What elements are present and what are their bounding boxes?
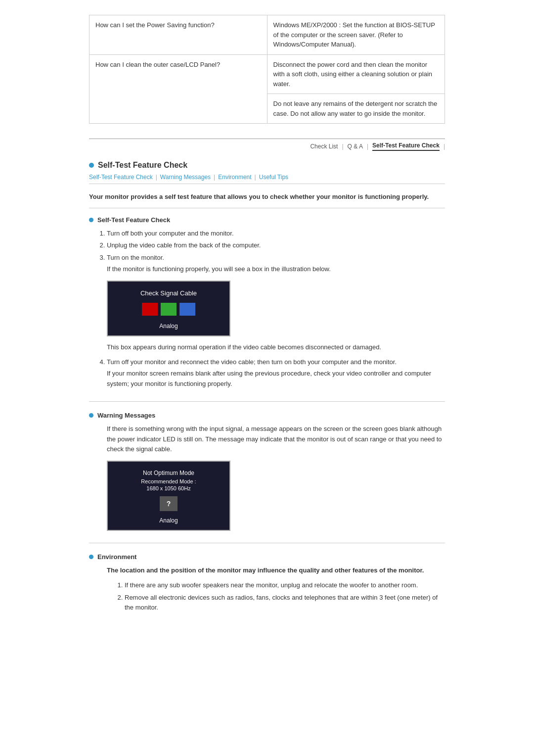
env-bold-text: The location and the position of the mon… (107, 566, 445, 575)
sub-nav-pipe-3: | (255, 174, 256, 181)
after-box-text: This box appears during normal operation… (107, 342, 445, 353)
self-test-bullet-icon (89, 218, 93, 222)
color-block-red (142, 303, 158, 316)
page-title: Self-Test Feature Check (98, 161, 187, 170)
faq-answer-2a: Disconnect the power cord and then clean… (267, 54, 445, 94)
page-wrapper: How can I set the Power Saving function?… (79, 10, 455, 630)
breadcrumb-sep-2: | (367, 143, 368, 150)
step-2: Unplug the video cable from the back of … (107, 240, 445, 251)
faq-answer-2b: Do not leave any remains of the detergen… (267, 94, 445, 124)
warning-header: Warning Messages (89, 412, 445, 419)
breadcrumb-item-1[interactable]: Check List (310, 143, 338, 150)
sub-nav-link-warning[interactable]: Warning Messages (160, 174, 211, 181)
warning-intro: If there is something wrong with the inp… (107, 424, 445, 455)
steps-list: Turn off both your computer and the moni… (89, 229, 445, 275)
env-item-2: Remove all electronic devices such as ra… (125, 593, 445, 614)
sub-nav-link-self-test[interactable]: Self-Test Feature Check (89, 174, 153, 181)
warning-bullet-icon (89, 413, 93, 418)
environment-header: Environment (89, 553, 445, 561)
warning-box-recommended: Recommended Mode : (141, 478, 196, 484)
breadcrumb-item-3-active: Self-Test Feature Check (372, 142, 440, 151)
step-3-sub: If the monitor is functioning properly, … (107, 264, 445, 275)
step-3: Turn on the monitor. If the monitor is f… (107, 253, 445, 275)
warning-box-resolution: 1680 x 1050 60Hz (146, 485, 190, 491)
warning-box-not-optimum: Not Optimum Mode (143, 470, 194, 476)
page-title-bullet-icon (89, 163, 94, 168)
sub-nav-pipe-2: | (214, 174, 215, 181)
sub-nav-link-useful-tips[interactable]: Useful Tips (259, 174, 288, 181)
divider-1 (89, 401, 445, 402)
faq-table: How can I set the Power Saving function?… (89, 15, 445, 124)
color-block-blue (179, 303, 195, 316)
breadcrumb-item-2[interactable]: Q & A (348, 143, 363, 150)
env-list: If there are any sub woofer speakers nea… (89, 580, 445, 613)
monitor-illustration: Check Signal Cable Analog (107, 281, 230, 336)
step-1-text: Turn off both your computer and the moni… (107, 230, 234, 237)
env-item-1: If there are any sub woofer speakers nea… (125, 580, 445, 591)
self-test-section: Self-Test Feature Check Turn off both yo… (89, 216, 445, 389)
color-block-green (161, 303, 177, 316)
faq-row-1: How can I set the Power Saving function?… (89, 15, 445, 55)
sub-nav-pipe-1: | (156, 174, 157, 181)
warning-box-symbol: ? (160, 496, 178, 511)
steps-list-4: Turn off your monitor and reconnect the … (89, 357, 445, 389)
self-test-title: Self-Test Feature Check (97, 216, 170, 224)
warning-box-label: Analog (159, 517, 178, 524)
sub-nav: Self-Test Feature Check | Warning Messag… (89, 174, 445, 184)
monitor-box-title: Check Signal Cable (140, 289, 197, 297)
sub-nav-link-environment[interactable]: Environment (218, 174, 251, 181)
monitor-color-blocks (142, 303, 195, 316)
step-4-sub: If your monitor screen remains blank aft… (107, 369, 445, 389)
environment-title: Environment (97, 553, 136, 561)
monitor-box-label: Analog (159, 323, 178, 330)
step-4: Turn off your monitor and reconnect the … (107, 357, 445, 389)
faq-answer-1: Windows ME/XP/2000 : Set the function at… (267, 15, 445, 55)
warning-title: Warning Messages (97, 412, 155, 419)
step-4-text: Turn off your monitor and reconnect the … (107, 358, 397, 366)
warning-section: Warning Messages If there is something w… (89, 412, 445, 531)
divider-2 (89, 543, 445, 543)
breadcrumb-end-sep: | (444, 143, 445, 150)
step-3-text: Turn on the monitor. (107, 254, 164, 261)
warning-monitor-illustration: Not Optimum Mode Recommended Mode : 1680… (107, 461, 230, 531)
step-2-text: Unplug the video cable from the back of … (107, 241, 261, 249)
faq-row-2: How can I clean the outer case/LCD Panel… (89, 54, 445, 94)
faq-question-2: How can I clean the outer case/LCD Panel… (89, 54, 267, 124)
step-1: Turn off both your computer and the moni… (107, 229, 445, 239)
environment-bullet-icon (89, 555, 93, 559)
breadcrumb: Check List | Q & A | Self-Test Feature C… (89, 139, 445, 151)
intro-text: Your monitor provides a self test featur… (89, 192, 445, 208)
self-test-header: Self-Test Feature Check (89, 216, 445, 224)
breadcrumb-sep-1: | (342, 143, 343, 150)
environment-section: Environment The location and the positio… (89, 553, 445, 613)
faq-question-1: How can I set the Power Saving function? (89, 15, 267, 55)
page-section-header: Self-Test Feature Check (89, 161, 445, 170)
